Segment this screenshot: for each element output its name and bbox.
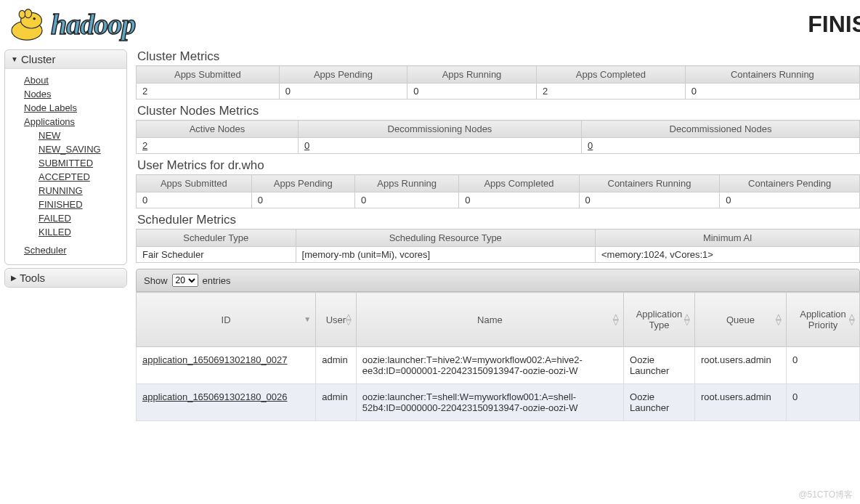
sort-icon: [849, 314, 855, 325]
svg-point-4: [19, 10, 25, 18]
nodes-metrics-heading: Cluster Nodes Metrics: [136, 99, 860, 120]
svg-point-3: [25, 9, 32, 18]
cell: 0: [459, 192, 579, 208]
cell: 0: [279, 84, 407, 99]
cell-type: Oozie Launcher: [624, 347, 695, 384]
cluster-metrics-heading: Cluster Metrics: [136, 45, 860, 65]
cell: 0: [407, 84, 537, 99]
sort-icon: [346, 314, 352, 325]
col-priority[interactable]: Application Priority: [787, 293, 860, 347]
cell: 0: [685, 84, 859, 99]
cell: 0: [720, 192, 860, 208]
nav-node-labels[interactable]: Node Labels: [24, 102, 77, 113]
decommissioned-nodes-link[interactable]: 0: [588, 140, 593, 151]
cell-queue: root.users.admin: [694, 347, 786, 384]
col-type[interactable]: Application Type: [624, 293, 695, 347]
cell-priority: 0: [787, 347, 860, 384]
scheduler-metrics-heading: Scheduler Metrics: [136, 208, 860, 229]
sort-icon: [776, 314, 782, 325]
col-header: Active Nodes: [137, 121, 299, 138]
cell: [memory-mb (unit=Mi), vcores]: [296, 247, 595, 263]
sort-icon: [684, 314, 690, 325]
nav-failed[interactable]: FAILED: [38, 213, 71, 224]
col-header: Containers Running: [579, 175, 720, 192]
sidebar-section-tools: ▶ Tools: [4, 268, 127, 288]
caret-right-icon: ▶: [11, 274, 17, 282]
sidebar-cluster-label: Cluster: [21, 53, 56, 65]
col-header: Decommissioning Nodes: [298, 121, 581, 138]
nav-accepted[interactable]: ACCEPTED: [38, 171, 90, 182]
col-queue[interactable]: Queue: [694, 293, 786, 347]
cell: 2: [536, 84, 685, 99]
user-metrics-heading: User Metrics for dr.who: [136, 154, 860, 174]
col-header: Containers Pending: [720, 175, 860, 192]
logo-text: hadoop: [51, 7, 135, 41]
col-header: Apps Pending: [279, 66, 407, 84]
nodes-metrics-table: Active Nodes Decommissioning Nodes Decom…: [136, 120, 860, 154]
cell-name: oozie:launcher:T=hive2:W=myworkflow002:A…: [356, 347, 623, 384]
cell: 0: [251, 192, 354, 208]
entries-select[interactable]: 20: [172, 274, 198, 287]
cell-type: Oozie Launcher: [624, 384, 695, 421]
nav-finished[interactable]: FINISHED: [38, 199, 83, 210]
col-header: Apps Pending: [251, 175, 354, 192]
page-title: FINIS: [808, 11, 860, 38]
cluster-metrics-table: Apps Submitted Apps Pending Apps Running…: [136, 65, 860, 99]
table-row: application_1650691302180_0027 admin ooz…: [137, 347, 860, 384]
show-label-pre: Show: [144, 275, 168, 286]
col-name[interactable]: Name: [356, 293, 623, 347]
sort-icon: [613, 314, 619, 325]
col-user[interactable]: User: [316, 293, 357, 347]
nav-nodes[interactable]: Nodes: [24, 89, 52, 99]
nav-running[interactable]: RUNNING: [38, 185, 83, 196]
col-header: Minimum Al: [595, 229, 859, 247]
sidebar-section-cluster: ▼ Cluster About Nodes Node Labels Applic…: [4, 49, 127, 265]
col-header: Apps Submitted: [137, 175, 252, 192]
caret-down-icon: ▼: [11, 55, 18, 63]
cell: 0: [354, 192, 458, 208]
sidebar-tools-label: Tools: [20, 272, 45, 284]
nav-about[interactable]: About: [24, 75, 49, 86]
col-header: Scheduler Type: [137, 229, 296, 247]
col-header: Apps Completed: [459, 175, 579, 192]
nav-new-saving[interactable]: NEW_SAVING: [38, 144, 101, 155]
cell: Fair Scheduler: [137, 247, 296, 263]
show-label-post: entries: [203, 275, 231, 286]
col-header: Apps Submitted: [137, 66, 280, 84]
sidebar-header-tools[interactable]: ▶ Tools: [5, 269, 126, 287]
col-header: Decommissioned Nodes: [582, 121, 860, 138]
nav-submitted[interactable]: SUBMITTED: [38, 158, 93, 168]
application-link[interactable]: application_1650691302180_0026: [142, 391, 288, 402]
nav-killed[interactable]: KILLED: [38, 227, 71, 237]
active-nodes-link[interactable]: 2: [142, 140, 147, 151]
col-header: Apps Running: [407, 66, 537, 84]
scheduler-metrics-table: Scheduler Type Scheduling Resource Type …: [136, 229, 860, 263]
cell: 0: [137, 192, 252, 208]
cell-user: admin: [316, 347, 357, 384]
user-metrics-table: Apps Submitted Apps Pending Apps Running…: [136, 174, 860, 208]
sort-desc-icon: [304, 317, 311, 322]
sidebar-header-cluster[interactable]: ▼ Cluster: [5, 50, 126, 69]
cell: 0: [579, 192, 720, 208]
col-header: Scheduling Resource Type: [296, 229, 595, 247]
hadoop-logo: hadoop: [7, 6, 135, 42]
nav-scheduler[interactable]: Scheduler: [24, 245, 67, 256]
svg-point-2: [33, 17, 36, 20]
cell-queue: root.users.admin: [694, 384, 786, 421]
cell: 2: [137, 84, 280, 99]
col-header: Containers Running: [685, 66, 859, 84]
nav-applications[interactable]: Applications: [24, 116, 75, 127]
cell: <memory:1024, vCores:1>: [595, 247, 859, 263]
applications-table: ID User Name Application Type Queue Appl…: [136, 292, 860, 421]
nav-new[interactable]: NEW: [38, 130, 60, 141]
datatable-length-bar: Show 20 entries: [136, 269, 860, 292]
col-header: Apps Completed: [536, 66, 685, 84]
table-row: application_1650691302180_0026 admin ooz…: [137, 384, 860, 421]
cell-name: oozie:launcher:T=shell:W=myworkflow001:A…: [356, 384, 623, 421]
col-id[interactable]: ID: [137, 293, 316, 347]
col-header: Apps Running: [354, 175, 458, 192]
application-link[interactable]: application_1650691302180_0027: [142, 354, 288, 365]
decommissioning-nodes-link[interactable]: 0: [304, 140, 309, 151]
cell-priority: 0: [787, 384, 860, 421]
cell-user: admin: [316, 384, 357, 421]
